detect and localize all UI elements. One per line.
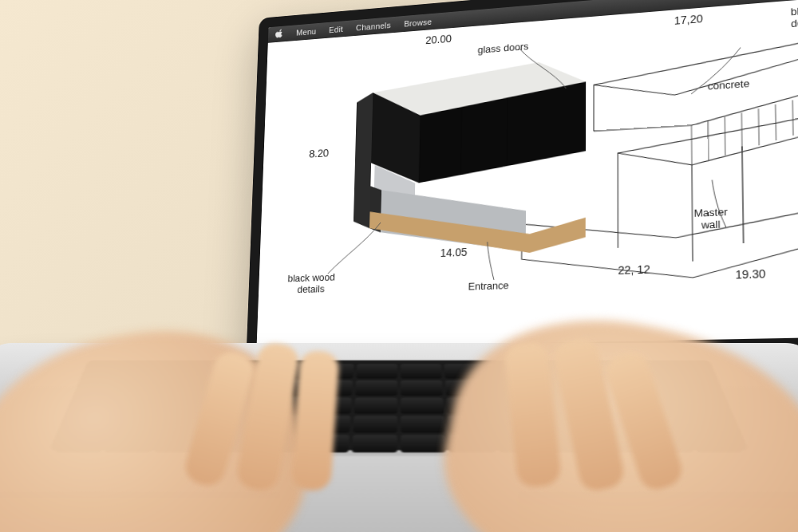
dim-left: 8.20 bbox=[309, 147, 329, 160]
screen: Menu Edit Channels Browse bbox=[256, 0, 798, 349]
svg-line-12 bbox=[792, 100, 793, 136]
menu-item-browse[interactable]: Browse bbox=[404, 18, 432, 29]
screen-bezel: Menu Edit Channels Browse bbox=[246, 0, 798, 362]
menu-item-channels[interactable]: Channels bbox=[356, 21, 391, 32]
svg-line-7 bbox=[708, 121, 709, 160]
label-black-wood: black wood details bbox=[287, 272, 335, 296]
label-entrance: Entrance bbox=[468, 280, 509, 293]
svg-line-9 bbox=[741, 112, 742, 150]
svg-line-11 bbox=[776, 104, 776, 140]
menu-item-menu[interactable]: Menu bbox=[296, 27, 316, 37]
render-block bbox=[353, 59, 587, 259]
dim-mid-right: 22, 12 bbox=[618, 262, 650, 277]
label-black-truncated: black deta bbox=[791, 5, 798, 30]
svg-line-10 bbox=[758, 108, 759, 145]
design-canvas[interactable]: 20.00 17,20 8.20 14.05 22, 12 19.30 glas… bbox=[256, 0, 798, 349]
label-master-wall: Master wall bbox=[694, 207, 728, 232]
apple-logo-icon bbox=[275, 29, 284, 39]
svg-line-8 bbox=[725, 117, 725, 156]
dim-top-left: 20.00 bbox=[425, 33, 452, 46]
svg-line-14 bbox=[742, 146, 744, 243]
menu-item-edit[interactable]: Edit bbox=[329, 25, 343, 34]
dim-far-right: 19.30 bbox=[735, 267, 765, 282]
dim-top-right: 17,20 bbox=[674, 12, 703, 26]
dim-front: 14.05 bbox=[440, 246, 468, 259]
